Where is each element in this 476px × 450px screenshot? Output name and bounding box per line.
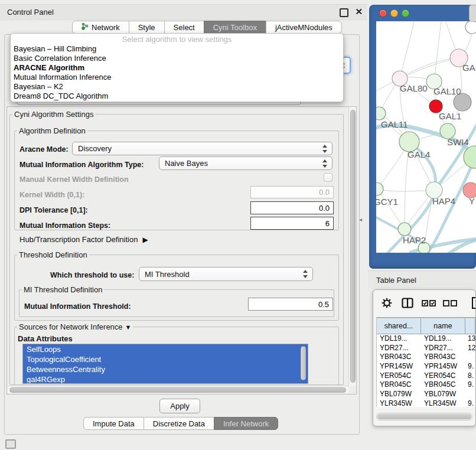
collapse-left-icon[interactable]: ◂ [359, 216, 362, 223]
network-view-window[interactable]: GALGAL80GAL10GAL1GAL11SWI4GAL4HAP4YGCY1H… [369, 5, 476, 269]
settings-vertical-scrollbar[interactable] [348, 107, 356, 386]
table-row[interactable]: YPR145WYPR145W9. [377, 362, 475, 371]
close-panel-icon[interactable]: ✕ [355, 6, 363, 17]
tab-label: Style [138, 23, 155, 32]
node-label-gal10: GAL10 [433, 86, 461, 96]
aracne-mode-combo[interactable]: Discovery [72, 142, 332, 155]
table-row[interactable]: YBR043CYBR043C [377, 353, 475, 362]
table-cell [465, 353, 475, 362]
collapsed-panel-icon[interactable] [5, 439, 16, 449]
float-panel-icon[interactable] [340, 8, 348, 17]
table-cell: 9. [465, 399, 475, 407]
column-header-shared-name[interactable]: shared... [377, 318, 421, 334]
table-cell: 9. [465, 362, 475, 371]
node-label-gal1: GAL1 [439, 111, 461, 121]
network-node[interactable] [399, 132, 419, 152]
tab-label: Infer Network [223, 419, 269, 428]
algorithm-option-bayesian-hill-climbing[interactable]: Bayesian – Hill Climbing [11, 44, 343, 54]
table-cell: 8. [465, 371, 475, 381]
table-row[interactable]: YER054CYER054C8. [377, 371, 475, 381]
tab-impute-data[interactable]: Impute Data [83, 417, 144, 430]
cyni-settings-legend: Cyni Algorithm Settings [12, 110, 95, 119]
tab-network[interactable]: Network [72, 21, 129, 34]
sources-legend-label: Sources for Network Inference [19, 322, 123, 331]
close-button[interactable] [379, 9, 387, 17]
dpi-tolerance-field[interactable]: 0.0 [250, 201, 334, 214]
gear-icon[interactable] [382, 298, 392, 308]
table-panel-title: Table Panel [368, 276, 416, 285]
column-header-name[interactable]: name [421, 318, 465, 334]
tab-select[interactable]: Select [164, 21, 204, 34]
attribute-item-betweennesscentrality[interactable]: BetweennessCentrality [23, 364, 308, 374]
kernel-width-field[interactable]: 0.0 [250, 186, 334, 198]
table-row[interactable]: YLR345WYLR345W9. [377, 399, 475, 407]
settings-horizontal-scrollbar[interactable] [8, 386, 349, 393]
control-panel-titlebar: Control Panel ✕ [0, 4, 367, 20]
kernel-width-value: 0.0 [319, 188, 330, 197]
table-row[interactable]: YBR045CYBR045C9. [377, 380, 475, 390]
mi-type-value: Naive Bayes [165, 159, 208, 168]
which-threshold-combo[interactable]: MI Threshold [139, 267, 313, 281]
algorithm-option-aracne-algorithm[interactable]: ARACNE Algorithm [11, 63, 343, 73]
tab-infer-network[interactable]: Infer Network [214, 417, 278, 430]
node-label-swi4: SWI4 [447, 137, 469, 147]
minimize-button[interactable] [390, 9, 398, 17]
which-threshold-value: MI Threshold [145, 270, 190, 279]
tab-style[interactable]: Style [129, 21, 165, 34]
table-cell: YBR043C [421, 353, 465, 362]
network-canvas[interactable]: GALGAL80GAL10GAL1GAL11SWI4GAL4HAP4YGCY1H… [376, 21, 476, 253]
manual-kernel-checkbox[interactable] [324, 173, 332, 182]
table-horizontal-scrollbar[interactable] [376, 413, 472, 420]
table-cell: YDR27... [377, 344, 421, 353]
network-node[interactable] [398, 223, 411, 236]
network-node[interactable] [465, 21, 476, 34]
bottom-tabs: Impute DataDiscretize DataInfer Network [83, 417, 278, 430]
deselect-all-icon[interactable] [443, 299, 458, 307]
algorithm-option-mutual-information-inference[interactable]: Mutual Information Inference [11, 73, 343, 82]
table-cell: YLR345W [377, 399, 421, 407]
mi-steps-value: 6 [325, 219, 330, 228]
tab-jactivemnodules[interactable]: jActiveMNodules [266, 21, 342, 34]
table-row[interactable]: YDR27...YDR27...12 [377, 344, 475, 353]
sources-legend[interactable]: Sources for Network Inference▼ [17, 322, 133, 331]
caret-right-icon: ▶ [142, 236, 148, 244]
network-node[interactable] [376, 182, 383, 195]
mi-type-combo[interactable]: Naive Bayes [159, 156, 332, 170]
mi-steps-field[interactable]: 6 [250, 217, 334, 230]
table-row[interactable]: YDL19...YDL19...13 [377, 334, 475, 344]
file-icon[interactable] [471, 296, 476, 309]
table-cell: YBL079W [377, 390, 421, 399]
algorithm-option-dream8-dc-tdc-algorithm[interactable]: Dream8 DC_TDC Algorithm [11, 92, 343, 101]
mi-threshold-field[interactable]: 0.5 [248, 298, 333, 311]
table-row[interactable]: YBL079WYBL079W [377, 390, 475, 399]
column-header-cut[interactable] [465, 318, 475, 334]
attribute-item-selfloops[interactable]: SelfLoops [23, 344, 308, 354]
dpi-tolerance-value: 0.0 [319, 204, 330, 213]
tab-discretize-data[interactable]: Discretize Data [144, 417, 214, 430]
attribute-item-topologicalcoefficient[interactable]: TopologicalCoefficient [23, 354, 308, 364]
table-cell: YBL079W [421, 390, 465, 399]
algorithm-option-bayesian-k2[interactable]: Bayesian – K2 [11, 82, 343, 92]
data-attributes-label: Data Attributes [18, 334, 73, 343]
combo-arrows-icon [322, 159, 328, 168]
split-columns-icon[interactable] [402, 298, 413, 308]
list-vertical-scrollbar[interactable] [301, 346, 306, 380]
tab-label: jActiveMNodules [275, 23, 332, 32]
node-label-gcy1: GCY1 [376, 197, 398, 207]
table-cell: 12 [465, 344, 475, 353]
table-cell: YER054C [377, 371, 421, 381]
hub-definition-toggle[interactable]: Hub/Transcription Factor Definition ▶ [19, 235, 148, 244]
mi-steps-label: Mutual Information Steps: [19, 221, 110, 230]
table-toolbar [373, 294, 475, 312]
table-cell [465, 390, 475, 399]
select-all-icon[interactable] [422, 299, 437, 307]
network-node[interactable] [376, 107, 386, 120]
zoom-button[interactable] [402, 9, 409, 17]
apply-button[interactable]: Apply [159, 399, 200, 413]
algorithm-dropdown-popup: Select algorithm to view settings Bayesi… [10, 33, 344, 102]
algorithm-option-basic-correlation-inference[interactable]: Basic Correlation Inference [11, 54, 343, 63]
table-cell: YDL19... [377, 334, 421, 344]
kernel-width-label: Kernel Width (0,1): [19, 191, 84, 199]
attribute-item-gal4rgexp[interactable]: gal4RGexp [23, 374, 308, 384]
tab-cyni-toolbox[interactable]: Cyni Toolbox [204, 21, 266, 34]
